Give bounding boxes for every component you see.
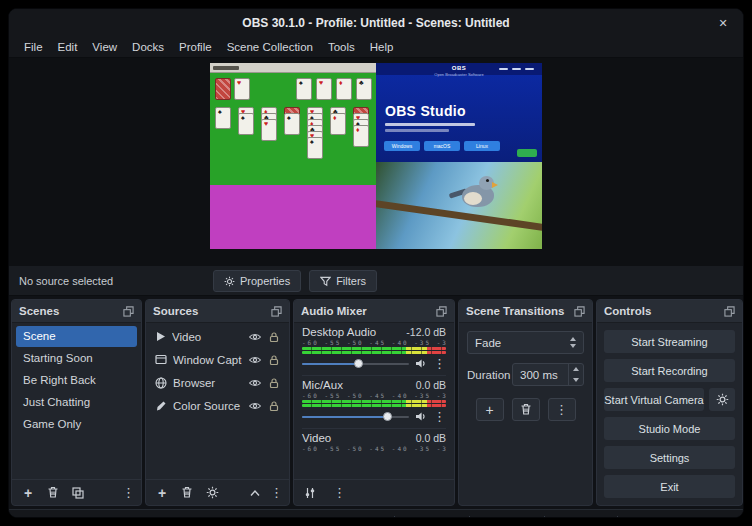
lock-icon[interactable]	[268, 400, 280, 412]
preview-area: ♥♠♥♦♣♠♥♠♦♣♥♠♥♠♦♣♥♠♣♦♥♠♦ OBS Open Broadca…	[9, 58, 743, 266]
sources-more-icon[interactable]: ⋮	[270, 486, 283, 499]
scene-item[interactable]: Be Right Back	[16, 370, 137, 391]
transition-more-button[interactable]: ⋮	[548, 398, 576, 421]
dock-float-icon[interactable]	[724, 306, 735, 317]
menu-profile[interactable]: Profile	[172, 39, 219, 55]
menu-edit[interactable]: Edit	[51, 39, 85, 55]
visibility-eye-icon[interactable]	[248, 355, 262, 365]
playing-card: ♠	[296, 78, 312, 100]
resize-grip-icon[interactable]	[725, 518, 735, 519]
sources-title: Sources	[153, 305, 198, 317]
remove-source-icon[interactable]	[177, 483, 197, 503]
selection-status: No source selected	[19, 275, 113, 287]
scene-item[interactable]: Game Only	[16, 414, 137, 435]
virtual-camera-config-button[interactable]	[709, 388, 735, 411]
scene-item[interactable]: Scene	[16, 326, 137, 347]
playing-card: ♠	[215, 107, 231, 129]
transition-selected-value: Fade	[475, 337, 501, 349]
source-label: Video	[172, 331, 242, 343]
source-context-bar: No source selected Properties Filters	[9, 266, 743, 296]
settings-button[interactable]: Settings	[604, 446, 735, 469]
visibility-eye-icon[interactable]	[248, 401, 262, 411]
start-recording-button[interactable]: Start Recording	[604, 359, 735, 382]
mixer-toolbar: ⋮	[294, 479, 454, 505]
close-icon[interactable]: ✕	[715, 15, 731, 31]
spin-down-icon[interactable]	[569, 375, 583, 386]
channel-name: Mic/Aux	[302, 379, 343, 391]
remove-transition-button[interactable]	[512, 398, 540, 421]
menu-help[interactable]: Help	[363, 39, 401, 55]
source-row[interactable]: Color Source	[148, 394, 287, 417]
visibility-eye-icon[interactable]	[248, 378, 262, 388]
scene-item[interactable]: Starting Soon	[16, 348, 137, 369]
dock-area: Scenes Scene Starting Soon Be Right Back…	[9, 296, 743, 509]
controls-dock-header[interactable]: Controls	[597, 300, 742, 323]
dock-float-icon[interactable]	[123, 306, 134, 317]
advanced-audio-icon[interactable]	[300, 483, 320, 503]
volume-slider[interactable]	[302, 410, 409, 423]
menu-view[interactable]: View	[85, 39, 124, 55]
scenes-more-icon[interactable]: ⋮	[122, 486, 135, 499]
lock-icon[interactable]	[268, 377, 280, 389]
volume-slider-handle[interactable]	[383, 412, 392, 421]
transition-select[interactable]: Fade	[467, 331, 584, 354]
add-scene-icon[interactable]: +	[18, 483, 38, 503]
channel-more-icon[interactable]: ⋮	[433, 357, 446, 370]
scene-transitions-dock: Scene Transitions Fade Duration 300 ms	[458, 299, 593, 506]
duration-label: Duration	[467, 369, 510, 381]
program-preview[interactable]: ♥♠♥♦♣♠♥♠♦♣♥♠♥♠♦♣♥♠♣♦♥♠♦ OBS Open Broadca…	[210, 63, 542, 249]
bird-video	[376, 162, 542, 249]
menu-docks[interactable]: Docks	[125, 39, 171, 55]
spin-up-icon[interactable]	[569, 364, 583, 375]
start-streaming-button[interactable]: Start Streaming	[604, 330, 735, 353]
exit-button[interactable]: Exit	[604, 475, 735, 498]
scenes-dock-header[interactable]: Scenes	[12, 300, 141, 323]
volume-slider-handle[interactable]	[354, 359, 363, 368]
channel-db-value: -12.0 dB	[406, 326, 446, 338]
channel-name: Video	[302, 432, 331, 444]
scene-filters-icon[interactable]	[68, 483, 88, 503]
desktop-background: OBS 30.1.0 - Profile: Untitled - Scenes:…	[0, 0, 752, 526]
properties-button[interactable]: Properties	[213, 270, 301, 292]
site-text-line	[385, 123, 475, 126]
speaker-icon[interactable]	[415, 358, 427, 369]
duration-spinbox[interactable]: 300 ms	[512, 363, 584, 386]
channel-more-icon[interactable]: ⋮	[433, 410, 446, 423]
dock-float-icon[interactable]	[271, 306, 282, 317]
add-transition-button[interactable]: +	[476, 398, 504, 421]
site-macos-button: macOS	[424, 141, 460, 151]
site-linux-button: Linux	[464, 141, 500, 151]
visibility-eye-icon[interactable]	[248, 332, 262, 342]
studio-mode-button[interactable]: Studio Mode	[604, 417, 735, 440]
scene-item[interactable]: Just Chatting	[16, 392, 137, 413]
lock-icon[interactable]	[268, 331, 280, 343]
source-row[interactable]: Video	[148, 325, 287, 348]
record-time: 00:00:00	[492, 517, 535, 519]
volume-slider[interactable]	[302, 357, 409, 370]
move-source-up-icon[interactable]	[245, 483, 265, 503]
source-properties-gear-icon[interactable]	[202, 483, 222, 503]
remove-scene-icon[interactable]	[43, 483, 63, 503]
start-virtual-camera-button[interactable]: Start Virtual Camera	[604, 388, 704, 411]
menu-file[interactable]: File	[17, 39, 50, 55]
mixer-dock-header[interactable]: Audio Mixer	[294, 300, 454, 323]
mixer-channels: Desktop Audio -12.0 dB -60 -55 -50 -45 -…	[294, 323, 454, 479]
fps-indicator: 60.00 / 60.00 FPS	[627, 517, 716, 519]
sources-dock-header[interactable]: Sources	[146, 300, 289, 323]
mixer-more-icon[interactable]: ⋮	[333, 486, 346, 499]
source-label: Color Source	[173, 400, 242, 412]
source-row[interactable]: Window Captur	[148, 348, 287, 371]
menu-scene-collection[interactable]: Scene Collection	[220, 39, 320, 55]
mixer-channel-desktop-audio: Desktop Audio -12.0 dB -60 -55 -50 -45 -…	[302, 326, 446, 376]
transitions-dock-header[interactable]: Scene Transitions	[459, 300, 592, 323]
lock-icon[interactable]	[268, 354, 280, 366]
filters-button[interactable]: Filters	[309, 270, 377, 292]
speaker-icon[interactable]	[415, 411, 427, 422]
dock-float-icon[interactable]	[436, 306, 447, 317]
dock-float-icon[interactable]	[574, 306, 585, 317]
menu-tools[interactable]: Tools	[321, 39, 362, 55]
playing-card: ♣	[356, 78, 372, 100]
add-source-icon[interactable]: +	[152, 483, 172, 503]
titlebar[interactable]: OBS 30.1.0 - Profile: Untitled - Scenes:…	[9, 9, 743, 36]
source-row[interactable]: Browser	[148, 371, 287, 394]
